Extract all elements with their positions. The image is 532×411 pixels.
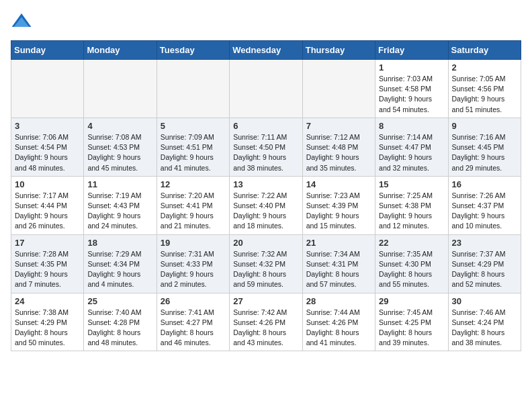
day-cell-14: 14Sunrise: 7:23 AM Sunset: 4:39 PM Dayli… — [302, 176, 375, 234]
day-header-tuesday: Tuesday — [157, 41, 229, 60]
day-cell-24: 24Sunrise: 7:38 AM Sunset: 4:29 PM Dayli… — [11, 293, 84, 351]
day-info-9: Sunrise: 7:16 AM Sunset: 4:45 PM Dayligh… — [452, 132, 517, 173]
empty-cell — [11, 60, 84, 118]
day-number-27: 27 — [233, 296, 298, 306]
day-number-9: 9 — [452, 121, 517, 131]
empty-cell — [302, 60, 375, 118]
day-header-friday: Friday — [375, 41, 448, 60]
day-cell-4: 4Sunrise: 7:08 AM Sunset: 4:53 PM Daylig… — [84, 118, 157, 176]
day-number-23: 23 — [452, 238, 517, 248]
day-cell-22: 22Sunrise: 7:35 AM Sunset: 4:30 PM Dayli… — [375, 234, 448, 293]
day-number-8: 8 — [379, 121, 444, 131]
day-cell-7: 7Sunrise: 7:12 AM Sunset: 4:48 PM Daylig… — [302, 118, 375, 176]
day-cell-20: 20Sunrise: 7:32 AM Sunset: 4:32 PM Dayli… — [230, 234, 302, 293]
day-cell-21: 21Sunrise: 7:34 AM Sunset: 4:31 PM Dayli… — [302, 234, 375, 293]
day-header-thursday: Thursday — [302, 41, 375, 60]
day-cell-10: 10Sunrise: 7:17 AM Sunset: 4:44 PM Dayli… — [11, 176, 84, 234]
day-number-13: 13 — [233, 179, 298, 189]
day-cell-3: 3Sunrise: 7:06 AM Sunset: 4:54 PM Daylig… — [11, 118, 84, 176]
logo-icon — [11, 11, 32, 32]
day-info-11: Sunrise: 7:19 AM Sunset: 4:43 PM Dayligh… — [87, 191, 152, 232]
day-info-1: Sunrise: 7:03 AM Sunset: 4:58 PM Dayligh… — [379, 74, 444, 115]
day-number-18: 18 — [87, 238, 152, 248]
day-number-20: 20 — [233, 238, 298, 248]
day-number-28: 28 — [306, 296, 371, 306]
day-cell-1: 1Sunrise: 7:03 AM Sunset: 4:58 PM Daylig… — [375, 60, 448, 118]
day-info-18: Sunrise: 7:29 AM Sunset: 4:34 PM Dayligh… — [87, 249, 152, 290]
day-cell-30: 30Sunrise: 7:46 AM Sunset: 4:24 PM Dayli… — [448, 293, 521, 351]
calendar-header-row: SundayMondayTuesdayWednesdayThursdayFrid… — [11, 41, 521, 60]
logo — [11, 11, 35, 32]
day-cell-29: 29Sunrise: 7:45 AM Sunset: 4:25 PM Dayli… — [375, 293, 448, 351]
empty-cell — [230, 60, 302, 118]
day-info-15: Sunrise: 7:25 AM Sunset: 4:38 PM Dayligh… — [379, 191, 444, 232]
day-number-30: 30 — [452, 296, 517, 306]
day-cell-15: 15Sunrise: 7:25 AM Sunset: 4:38 PM Dayli… — [375, 176, 448, 234]
day-info-28: Sunrise: 7:44 AM Sunset: 4:26 PM Dayligh… — [306, 308, 371, 349]
day-info-6: Sunrise: 7:11 AM Sunset: 4:50 PM Dayligh… — [233, 132, 298, 173]
day-info-4: Sunrise: 7:08 AM Sunset: 4:53 PM Dayligh… — [87, 132, 152, 173]
week-row-4: 17Sunrise: 7:28 AM Sunset: 4:35 PM Dayli… — [11, 234, 521, 293]
day-number-11: 11 — [87, 179, 152, 189]
week-row-3: 10Sunrise: 7:17 AM Sunset: 4:44 PM Dayli… — [11, 176, 521, 234]
day-number-5: 5 — [161, 121, 226, 131]
day-header-monday: Monday — [84, 41, 157, 60]
day-info-14: Sunrise: 7:23 AM Sunset: 4:39 PM Dayligh… — [306, 191, 371, 232]
day-cell-16: 16Sunrise: 7:26 AM Sunset: 4:37 PM Dayli… — [448, 176, 521, 234]
day-number-21: 21 — [306, 238, 371, 248]
day-header-wednesday: Wednesday — [230, 41, 302, 60]
day-number-2: 2 — [452, 62, 517, 73]
day-info-16: Sunrise: 7:26 AM Sunset: 4:37 PM Dayligh… — [452, 191, 517, 232]
calendar: SundayMondayTuesdayWednesdayThursdayFrid… — [11, 40, 521, 351]
day-number-14: 14 — [306, 179, 371, 189]
day-info-21: Sunrise: 7:34 AM Sunset: 4:31 PM Dayligh… — [306, 249, 371, 290]
day-info-3: Sunrise: 7:06 AM Sunset: 4:54 PM Dayligh… — [15, 132, 80, 173]
day-header-sunday: Sunday — [11, 41, 84, 60]
day-cell-27: 27Sunrise: 7:42 AM Sunset: 4:26 PM Dayli… — [230, 293, 302, 351]
day-number-1: 1 — [379, 62, 444, 73]
day-info-17: Sunrise: 7:28 AM Sunset: 4:35 PM Dayligh… — [15, 249, 80, 290]
day-header-saturday: Saturday — [448, 41, 521, 60]
day-number-26: 26 — [161, 296, 226, 306]
day-cell-23: 23Sunrise: 7:37 AM Sunset: 4:29 PM Dayli… — [448, 234, 521, 293]
day-info-30: Sunrise: 7:46 AM Sunset: 4:24 PM Dayligh… — [452, 308, 517, 349]
day-cell-5: 5Sunrise: 7:09 AM Sunset: 4:51 PM Daylig… — [157, 118, 229, 176]
day-cell-26: 26Sunrise: 7:41 AM Sunset: 4:27 PM Dayli… — [157, 293, 229, 351]
week-row-2: 3Sunrise: 7:06 AM Sunset: 4:54 PM Daylig… — [11, 118, 521, 176]
week-row-5: 24Sunrise: 7:38 AM Sunset: 4:29 PM Dayli… — [11, 293, 521, 351]
day-number-24: 24 — [15, 296, 80, 306]
day-info-2: Sunrise: 7:05 AM Sunset: 4:56 PM Dayligh… — [452, 74, 517, 115]
day-number-17: 17 — [15, 238, 80, 248]
day-number-16: 16 — [452, 179, 517, 189]
day-cell-18: 18Sunrise: 7:29 AM Sunset: 4:34 PM Dayli… — [84, 234, 157, 293]
day-number-15: 15 — [379, 179, 444, 189]
day-number-3: 3 — [15, 121, 80, 131]
day-cell-12: 12Sunrise: 7:20 AM Sunset: 4:41 PM Dayli… — [157, 176, 229, 234]
day-cell-25: 25Sunrise: 7:40 AM Sunset: 4:28 PM Dayli… — [84, 293, 157, 351]
day-info-5: Sunrise: 7:09 AM Sunset: 4:51 PM Dayligh… — [161, 132, 226, 173]
day-info-19: Sunrise: 7:31 AM Sunset: 4:33 PM Dayligh… — [161, 249, 226, 290]
day-cell-19: 19Sunrise: 7:31 AM Sunset: 4:33 PM Dayli… — [157, 234, 229, 293]
day-number-19: 19 — [161, 238, 226, 248]
week-row-1: 1Sunrise: 7:03 AM Sunset: 4:58 PM Daylig… — [11, 60, 521, 118]
day-info-7: Sunrise: 7:12 AM Sunset: 4:48 PM Dayligh… — [306, 132, 371, 173]
empty-cell — [157, 60, 229, 118]
day-info-12: Sunrise: 7:20 AM Sunset: 4:41 PM Dayligh… — [161, 191, 226, 232]
day-number-12: 12 — [161, 179, 226, 189]
day-info-24: Sunrise: 7:38 AM Sunset: 4:29 PM Dayligh… — [15, 308, 80, 349]
day-number-29: 29 — [379, 296, 444, 306]
day-info-22: Sunrise: 7:35 AM Sunset: 4:30 PM Dayligh… — [379, 249, 444, 290]
empty-cell — [84, 60, 157, 118]
day-cell-11: 11Sunrise: 7:19 AM Sunset: 4:43 PM Dayli… — [84, 176, 157, 234]
day-number-10: 10 — [15, 179, 80, 189]
day-info-10: Sunrise: 7:17 AM Sunset: 4:44 PM Dayligh… — [15, 191, 80, 232]
day-number-22: 22 — [379, 238, 444, 248]
day-info-27: Sunrise: 7:42 AM Sunset: 4:26 PM Dayligh… — [233, 308, 298, 349]
day-cell-9: 9Sunrise: 7:16 AM Sunset: 4:45 PM Daylig… — [448, 118, 521, 176]
day-number-4: 4 — [87, 121, 152, 131]
day-cell-2: 2Sunrise: 7:05 AM Sunset: 4:56 PM Daylig… — [448, 60, 521, 118]
day-number-6: 6 — [233, 121, 298, 131]
day-cell-6: 6Sunrise: 7:11 AM Sunset: 4:50 PM Daylig… — [230, 118, 302, 176]
day-number-7: 7 — [306, 121, 371, 131]
day-cell-8: 8Sunrise: 7:14 AM Sunset: 4:47 PM Daylig… — [375, 118, 448, 176]
